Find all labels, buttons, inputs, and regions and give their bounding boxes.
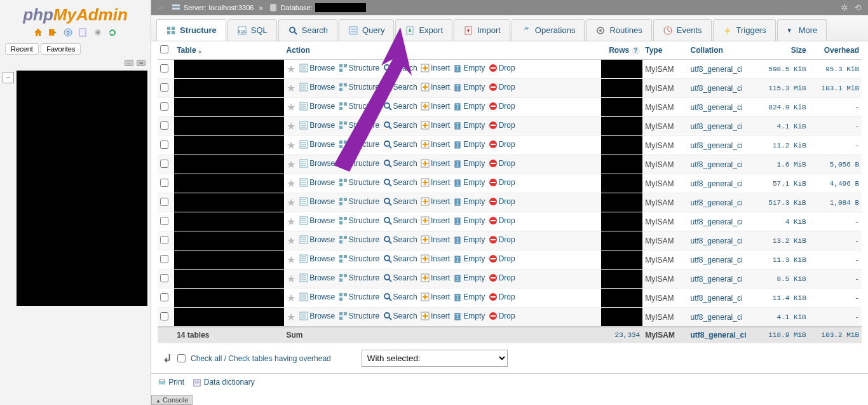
action-browse[interactable]: Browse: [299, 83, 335, 92]
action-structure[interactable]: Structure: [339, 140, 380, 149]
action-browse[interactable]: Browse: [299, 273, 335, 282]
tab-structure[interactable]: Structure: [156, 19, 226, 41]
action-empty[interactable]: Empty: [453, 64, 485, 72]
table-name-redacted[interactable]: [174, 212, 283, 231]
action-structure[interactable]: Structure: [339, 273, 380, 282]
favorite-star-icon[interactable]: ★: [287, 197, 295, 208]
action-drop[interactable]: Drop: [489, 178, 515, 187]
action-search[interactable]: Search: [383, 273, 417, 282]
action-empty[interactable]: Empty: [453, 83, 485, 92]
favorites-button[interactable]: Favorites: [41, 43, 81, 55]
action-insert[interactable]: Insert: [421, 216, 450, 225]
action-drop[interactable]: Drop: [489, 292, 515, 301]
action-structure[interactable]: Structure: [339, 197, 380, 206]
tab-triggers[interactable]: Triggers: [713, 19, 776, 41]
action-search[interactable]: Search: [383, 235, 417, 244]
row-checkbox[interactable]: [160, 255, 168, 263]
action-structure[interactable]: Structure: [339, 216, 380, 225]
action-empty[interactable]: Empty: [453, 197, 485, 206]
table-name-redacted[interactable]: [174, 117, 283, 136]
console-toggle[interactable]: ▲Console: [151, 395, 193, 405]
favorite-star-icon[interactable]: ★: [287, 254, 295, 265]
action-insert[interactable]: Insert: [421, 83, 450, 92]
action-drop[interactable]: Drop: [489, 140, 515, 149]
action-search[interactable]: Search: [383, 102, 417, 111]
action-insert[interactable]: Insert: [421, 140, 450, 149]
action-search[interactable]: Search: [383, 121, 417, 130]
action-browse[interactable]: Browse: [299, 292, 335, 301]
table-name-redacted[interactable]: [174, 98, 283, 117]
table-name-redacted[interactable]: [174, 79, 283, 98]
action-browse[interactable]: Browse: [299, 159, 335, 168]
favorite-star-icon[interactable]: ★: [287, 235, 295, 246]
tab-routines[interactable]: Routines: [586, 19, 651, 41]
table-name-redacted[interactable]: [174, 231, 283, 251]
favorite-star-icon[interactable]: ★: [287, 312, 295, 322]
checkall-link[interactable]: Check all / Check tables having overhead: [191, 354, 331, 363]
col-rows[interactable]: Rows?: [601, 41, 642, 60]
action-browse[interactable]: Browse: [299, 64, 335, 72]
tab-import[interactable]: Import: [454, 19, 510, 41]
table-name-redacted[interactable]: [174, 289, 283, 308]
tab-operations[interactable]: Operations: [512, 19, 585, 41]
action-search[interactable]: Search: [383, 312, 417, 320]
favorite-star-icon[interactable]: ★: [287, 140, 295, 151]
action-drop[interactable]: Drop: [489, 83, 515, 92]
action-drop[interactable]: Drop: [489, 197, 515, 206]
phpmyadmin-logo[interactable]: phpMyAdmin: [0, 0, 151, 26]
action-search[interactable]: Search: [383, 292, 417, 301]
action-search[interactable]: Search: [383, 83, 417, 92]
breadcrumb-server[interactable]: localhost:3306: [208, 4, 254, 11]
table-name-redacted[interactable]: [174, 308, 283, 327]
row-checkbox[interactable]: [160, 312, 168, 320]
action-browse[interactable]: Browse: [299, 102, 335, 111]
action-browse[interactable]: Browse: [299, 140, 335, 149]
action-search[interactable]: Search: [383, 64, 417, 72]
table-name-redacted[interactable]: [174, 136, 283, 155]
action-insert[interactable]: Insert: [421, 312, 450, 320]
action-empty[interactable]: Empty: [453, 121, 485, 130]
favorite-star-icon[interactable]: ★: [287, 121, 295, 132]
row-checkbox[interactable]: [160, 198, 168, 206]
action-empty[interactable]: Empty: [453, 140, 485, 149]
action-search[interactable]: Search: [383, 216, 417, 225]
action-drop[interactable]: Drop: [489, 235, 515, 244]
action-empty[interactable]: Empty: [453, 235, 485, 244]
table-name-redacted[interactable]: [174, 251, 283, 270]
action-empty[interactable]: Empty: [453, 102, 485, 111]
table-name-redacted[interactable]: [174, 155, 283, 174]
action-structure[interactable]: Structure: [339, 178, 380, 187]
link-icon[interactable]: ∞: [137, 60, 146, 66]
action-search[interactable]: Search: [383, 197, 417, 206]
favorite-star-icon[interactable]: ★: [287, 178, 295, 189]
favorite-star-icon[interactable]: ★: [287, 292, 295, 303]
logout-icon[interactable]: [48, 27, 58, 38]
action-empty[interactable]: Empty: [453, 159, 485, 168]
action-search[interactable]: Search: [383, 254, 417, 263]
table-name-redacted[interactable]: [174, 174, 283, 193]
action-empty[interactable]: Empty: [453, 178, 485, 187]
action-browse[interactable]: Browse: [299, 197, 335, 206]
favorite-star-icon[interactable]: ★: [287, 64, 295, 74]
action-structure[interactable]: Structure: [339, 121, 380, 130]
action-structure[interactable]: Structure: [339, 254, 380, 263]
favorite-star-icon[interactable]: ★: [287, 159, 295, 170]
action-drop[interactable]: Drop: [489, 102, 515, 111]
action-drop[interactable]: Drop: [489, 121, 515, 130]
rows-help-icon[interactable]: ?: [631, 46, 640, 55]
row-checkbox[interactable]: [160, 141, 168, 149]
data-dictionary-link[interactable]: Data dictionary: [193, 378, 254, 387]
action-empty[interactable]: Empty: [453, 216, 485, 225]
action-drop[interactable]: Drop: [489, 273, 515, 282]
col-table[interactable]: Table: [174, 41, 283, 60]
col-overhead[interactable]: Overhead: [809, 41, 862, 60]
action-drop[interactable]: Drop: [489, 254, 515, 263]
action-browse[interactable]: Browse: [299, 235, 335, 244]
action-insert[interactable]: Insert: [421, 178, 450, 187]
tab-sql[interactable]: SQLSQL: [227, 19, 277, 41]
row-checkbox[interactable]: [160, 236, 168, 244]
row-checkbox[interactable]: [160, 121, 168, 130]
tab-query[interactable]: Query: [339, 19, 394, 41]
action-structure[interactable]: Structure: [339, 312, 380, 320]
action-empty[interactable]: Empty: [453, 254, 485, 263]
